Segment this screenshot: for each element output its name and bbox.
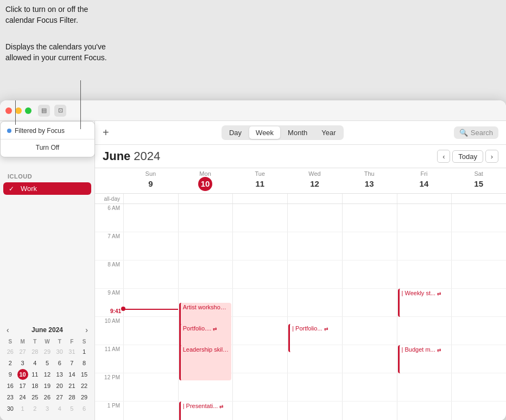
mini-cal-day[interactable]: 26 [42,392,53,403]
mini-cal-day[interactable]: 4 [54,403,65,414]
mini-cal-day[interactable]: 30 [54,346,65,357]
time-cell-6[interactable] [451,317,506,345]
time-cell-3[interactable] [287,373,342,401]
time-cell-0[interactable] [123,289,178,316]
mini-cal-day[interactable]: 21 [66,380,77,391]
time-cell-2[interactable] [232,289,287,316]
time-cell-3[interactable] [287,260,342,288]
mini-cal-day[interactable]: 27 [54,392,65,403]
mini-cal-day[interactable]: 25 [29,392,40,403]
event-weekly-standup[interactable]: | Weekly st... ⇄ [398,289,451,317]
mini-cal-day[interactable]: 16 [5,380,16,391]
time-cell-2[interactable] [232,317,287,345]
time-cell-4[interactable] [342,204,397,232]
time-cell-0[interactable] [123,373,178,401]
time-cell-2[interactable] [232,232,287,260]
mini-cal-day[interactable]: 6 [54,358,65,368]
time-cell-3[interactable] [287,402,342,420]
mini-cal-day[interactable]: 4 [29,358,40,368]
mini-cal-day[interactable]: 1 [17,403,28,414]
time-cell-0[interactable] [123,232,178,260]
mini-cal-day[interactable]: 13 [54,369,65,380]
mini-cal-day[interactable]: 18 [29,380,40,391]
sidebar-calendar-work[interactable]: ✓ Work [3,182,91,195]
time-cell-4[interactable] [342,402,397,420]
time-cell-5[interactable] [397,260,452,288]
mini-cal-day[interactable]: 5 [66,403,77,414]
time-cell-5[interactable] [397,317,452,345]
mini-cal-day[interactable]: 3 [42,403,53,414]
search-box[interactable]: 🔍 Search [454,126,498,139]
time-cell-0[interactable] [123,204,178,232]
time-cell-5[interactable] [397,373,452,401]
time-cell-4[interactable] [342,232,397,260]
today-button[interactable]: Today [452,150,483,163]
time-cell-3[interactable] [287,232,342,260]
time-cell-2[interactable] [232,260,287,288]
mini-cal-day[interactable]: 15 [79,369,90,380]
mini-cal-day[interactable]: 22 [79,380,90,391]
time-cell-2[interactable] [232,204,287,232]
mini-cal-day[interactable]: 10 [17,369,28,380]
view-day-button[interactable]: Day [223,126,248,139]
time-cell-6[interactable] [451,232,506,260]
mini-cal-day[interactable]: 6 [79,403,90,414]
mini-cal-day[interactable]: 29 [79,392,90,403]
mini-cal-day[interactable]: 30 [5,403,16,414]
time-cell-3[interactable] [287,204,342,232]
mini-cal-day[interactable]: 9 [5,369,16,380]
add-event-button[interactable]: + [103,126,109,139]
mini-cal-day[interactable]: 28 [66,392,77,403]
view-year-button[interactable]: Year [315,126,342,139]
mini-cal-day[interactable]: 2 [29,403,40,414]
close-button[interactable] [5,107,12,114]
view-week-button[interactable]: Week [249,126,280,139]
time-cell-6[interactable] [451,289,506,316]
time-cell-1[interactable] [178,232,233,260]
event-portfolio-wed[interactable]: | Portfolio... ⇄ [288,324,341,352]
mini-cal-day[interactable]: 5 [42,358,53,368]
mini-cal-day[interactable]: 20 [54,380,65,391]
time-cell-1[interactable] [178,204,233,232]
mini-cal-day[interactable]: 24 [17,392,28,403]
mini-cal-day[interactable]: 1 [79,346,90,357]
mini-cal-next-button[interactable]: › [84,326,89,334]
mini-cal-day[interactable]: 28 [29,346,40,357]
time-cell-1[interactable] [178,260,233,288]
focus-turn-off-button[interactable]: Turn Off [1,142,94,154]
time-cell-0[interactable] [123,260,178,288]
mini-cal-day[interactable]: 19 [42,380,53,391]
mini-cal-day[interactable]: 11 [29,369,40,380]
mini-cal-day[interactable]: 3 [17,358,28,368]
time-cell-2[interactable] [232,402,287,420]
mini-cal-prev-button[interactable]: ‹ [5,326,10,334]
time-cell-4[interactable] [342,373,397,401]
mini-cal-day[interactable]: 29 [42,346,53,357]
time-cell-3[interactable] [287,289,342,316]
mini-cal-day[interactable]: 26 [5,346,16,357]
time-cell-5[interactable] [397,232,452,260]
mail-button[interactable]: ⊡ [54,105,66,117]
minimize-button[interactable] [15,107,22,114]
view-month-button[interactable]: Month [281,126,314,139]
event-budget-m[interactable]: | Budget m... ⇄ [398,345,451,373]
mini-cal-day[interactable]: 31 [66,346,77,357]
event-presentation[interactable]: | Presentati... ⇄ [179,402,232,420]
time-cell-6[interactable] [451,260,506,288]
mini-cal-day[interactable]: 12 [42,369,53,380]
time-cell-6[interactable] [451,345,506,373]
time-cell-4[interactable] [342,289,397,316]
time-cell-4[interactable] [342,345,397,373]
time-cell-6[interactable] [451,204,506,232]
time-cell-4[interactable] [342,260,397,288]
mini-cal-day[interactable]: 14 [66,369,77,380]
mini-cal-day[interactable]: 23 [5,392,16,403]
next-week-button[interactable]: › [485,150,498,163]
mini-cal-day[interactable]: 2 [5,358,16,368]
time-cell-0[interactable] [123,317,178,345]
fullscreen-button[interactable] [25,107,31,114]
sidebar-toggle-button[interactable]: ▤ [38,105,50,117]
time-cell-0[interactable] [123,402,178,420]
time-cell-6[interactable] [451,373,506,401]
time-cell-5[interactable] [397,402,452,420]
